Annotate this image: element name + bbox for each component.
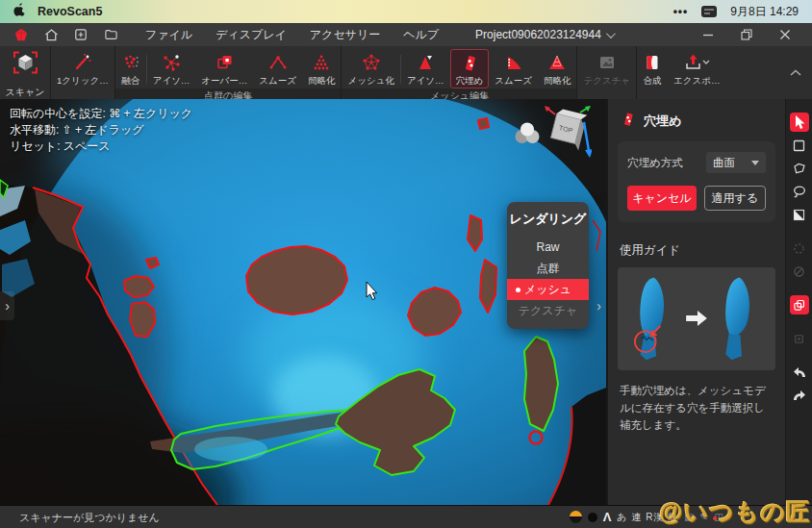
one-click-button[interactable]: 1クリック… [51, 49, 114, 88]
menu-help[interactable]: ヘルプ [403, 27, 439, 43]
view-orbit-widget[interactable] [513, 120, 542, 153]
scan-label: スキャン [0, 85, 50, 99]
project-name: Project09062023124944 [475, 28, 601, 41]
watermark-text: @いつもの匠 [659, 496, 811, 528]
deselect-all-tool-disabled[interactable] [790, 239, 809, 258]
render-mode-popup: レンダリング Raw 点群 メッシュ テクスチャ [507, 202, 589, 329]
hole-fill-icon [460, 52, 479, 73]
ime-dot-icon [588, 513, 597, 522]
texture-button[interactable]: テクスチャ [577, 49, 636, 88]
render-popup-title: レンダリング [507, 211, 589, 228]
chevron-down-icon [606, 29, 616, 38]
method-dropdown[interactable]: 曲面 [706, 152, 766, 173]
merge-icon [643, 52, 662, 73]
ribbon-toolbar: スキャン 1クリック… 融合 [0, 46, 812, 99]
project-selector[interactable]: Project09062023124944 [475, 28, 613, 41]
revoscan-logo-icon [12, 25, 31, 44]
rectangle-select-tool[interactable] [790, 136, 809, 155]
export-button[interactable]: エクスポ… [668, 49, 725, 88]
scan-button[interactable] [7, 49, 44, 74]
fusion-dots-icon [121, 52, 140, 73]
revoscan-app-window: RevoScan5 ••• 9月8日 14:29 ファイル ディスプレイ [0, 0, 812, 528]
right-panel-expand-button[interactable]: › [592, 291, 606, 320]
ime-palette-icon [570, 511, 582, 523]
new-project-button[interactable] [71, 25, 90, 44]
hole-fill-panel-icon [620, 111, 636, 131]
menu-file[interactable]: ファイル [145, 27, 192, 43]
undo-button[interactable] [790, 363, 809, 382]
menu-display[interactable]: ディスプレイ [216, 27, 287, 43]
cancel-button[interactable]: キャンセル [627, 186, 697, 211]
open-project-button[interactable] [101, 25, 120, 44]
close-window-button[interactable] [775, 25, 795, 44]
magic-wand-icon [73, 52, 92, 73]
smooth-mesh-button[interactable]: スムーズ [489, 49, 538, 88]
hole-fill-settings-card: 穴埋め方式 曲面 キャンセル 適用する [618, 141, 775, 222]
macos-datetime[interactable]: 9月8日 14:29 [730, 4, 799, 20]
macos-app-name[interactable]: RevoScan5 [38, 5, 102, 18]
isolated-mesh-icon [416, 52, 435, 73]
3d-viewport[interactable]: 回転の中心を設定: ⌘ + 左クリック 水平移動: ⇧ + 左ドラッグ リセット… [0, 99, 606, 505]
simplify-mesh-icon [547, 52, 567, 73]
macos-ellipsis-menu[interactable]: ••• [673, 5, 689, 18]
merge-button[interactable]: 合成 [637, 49, 668, 88]
selected-dot-icon [516, 288, 520, 292]
invert-selection-tool[interactable] [790, 205, 809, 224]
method-label: 穴埋め方式 [627, 156, 683, 170]
simplify-points-button[interactable]: 簡略化 [302, 49, 342, 88]
apple-logo-icon[interactable] [13, 3, 26, 21]
app-title-bar: ファイル ディスプレイ アクセサリー ヘルプ Project0906202312… [0, 23, 812, 46]
meshing-wireframe-icon [362, 52, 381, 73]
fusion-button[interactable]: 融合 [115, 49, 146, 88]
smooth-points-button[interactable]: スムーズ [253, 49, 302, 88]
macos-menu-bar: RevoScan5 ••• 9月8日 14:29 [0, 0, 812, 23]
export-icon [683, 52, 710, 73]
duplicate-selection-tool[interactable] [790, 295, 809, 314]
home-button[interactable] [41, 25, 61, 44]
menu-accessories[interactable]: アクセサリー [310, 27, 380, 43]
scan-cube-icon [13, 52, 38, 73]
hole-fill-button[interactable]: 穴埋め [450, 49, 490, 88]
dropdown-caret-icon [751, 161, 759, 165]
scanner-status-message: スキャナーが見つかりません [19, 511, 160, 525]
restore-window-button[interactable] [737, 25, 756, 44]
smooth-mesh-icon [504, 52, 523, 73]
render-option-points[interactable]: 点群 [507, 258, 589, 279]
minimize-button[interactable] [698, 25, 718, 44]
ime-caret-icon: Λ [603, 510, 612, 524]
lasso-select-tool[interactable] [790, 182, 809, 201]
navigation-cube[interactable]: TOP [544, 105, 592, 163]
fill-selection-tool-disabled[interactable] [790, 329, 809, 348]
isolated-points-button[interactable]: アイソ… [147, 49, 196, 88]
usage-guide-description: 手動穴埋めは、メッシュモデルに存在する穴を手動選択し補充します。 [620, 383, 774, 434]
smooth-points-icon [268, 52, 288, 73]
apply-button[interactable]: 適用する [704, 186, 766, 211]
panel-title: 穴埋め [644, 113, 681, 130]
select-cursor-tool[interactable] [790, 113, 809, 132]
hole-fill-panel: 穴埋め 穴埋め方式 曲面 キャンセル 適用する 使用ガイド [606, 99, 785, 505]
polygon-select-tool[interactable] [790, 159, 809, 178]
render-option-texture[interactable]: テクスチャ [507, 300, 589, 321]
simplify-mesh-button[interactable]: 簡略化 [538, 49, 577, 88]
redo-button[interactable] [790, 386, 809, 405]
usage-guide-title: 使用ガイド [620, 242, 774, 259]
viewport-hints: 回転の中心を設定: ⌘ + 左クリック 水平移動: ⇧ + 左ドラッグ リセット… [10, 106, 192, 155]
selection-tool-rail [785, 99, 812, 505]
render-option-raw[interactable]: Raw [507, 237, 589, 258]
overlap-points-button[interactable]: オーバー… [195, 49, 253, 88]
method-value: 曲面 [713, 156, 735, 170]
usage-guide-image [618, 267, 775, 370]
menu-bar: ファイル ディスプレイ アクセサリー ヘルプ [145, 27, 439, 43]
simplify-points-icon [312, 52, 331, 73]
texture-image-icon [597, 52, 617, 73]
render-option-mesh[interactable]: メッシュ [507, 279, 589, 300]
brush-tool-disabled[interactable] [790, 262, 809, 281]
isolated-points-icon [162, 52, 181, 73]
ribbon-collapse-button[interactable] [789, 64, 802, 82]
overlap-squares-icon [215, 52, 234, 73]
input-source-icon[interactable] [701, 6, 717, 17]
isolated-mesh-button[interactable]: アイソ… [401, 49, 450, 88]
meshing-button[interactable]: メッシュ化 [342, 49, 399, 88]
left-panel-expand-button[interactable]: › [0, 291, 14, 320]
hint-pan: 水平移動: ⇧ + 左ドラッグ [10, 122, 192, 138]
